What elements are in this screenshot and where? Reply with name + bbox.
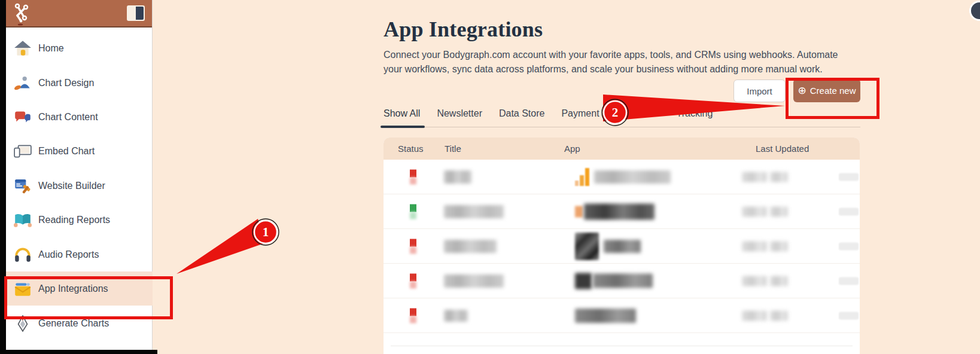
row-action-button[interactable] [839,242,859,250]
annotation-step-number-1: 1 [254,220,278,244]
app-cell [575,203,655,219]
row-action-button[interactable] [839,312,859,319]
tab-payment-method[interactable]: Payment Method [561,108,634,119]
chart-design-icon [13,74,32,93]
sidebar-item-audio-reports[interactable]: Audio Reports [6,237,153,271]
sidebar-item-embed-chart[interactable]: Embed Chart [6,134,153,168]
status-badge [410,204,416,219]
reading-reports-icon [13,210,32,230]
redacted-app-name [593,274,653,288]
redacted-title [444,170,471,184]
redacted-date [742,241,788,251]
redacted-app-name [604,240,641,253]
app-integrations-icon [13,279,32,298]
create-new-label: Create new [810,86,856,96]
table-row[interactable] [384,298,860,333]
redacted-app-name [575,309,636,323]
page-description-line1: Connect your Bodygraph.com account with … [384,50,838,60]
audio-reports-icon [13,245,32,264]
embed-chart-icon [13,142,32,161]
import-button[interactable]: Import [734,80,786,102]
website-builder-icon [13,176,32,196]
page-description: Connect your Bodygraph.com account with … [384,48,838,77]
plus-circle-icon: ⊕ [798,86,806,96]
redacted-app-name [594,170,671,184]
column-header-status: Status [398,138,424,160]
google-analytics-icon [575,168,589,186]
column-header-app: App [564,138,580,160]
generate-charts-icon [13,314,32,333]
table-row[interactable] [384,264,860,298]
redacted-date [742,310,788,321]
redacted-date [742,276,788,286]
table-header-row: Status Title App Last Updated [384,138,860,160]
app-cell [575,309,636,323]
annotation-arrow-1 [176,219,266,274]
app-cell [575,273,653,289]
orange-app-icon [575,206,583,217]
status-badge [410,308,416,323]
sidebar-item-label: Chart Design [38,78,94,89]
sidebar-item-label: Embed Chart [38,146,95,157]
sidebar-item-reading-reports[interactable]: Reading Reports [6,203,153,237]
redacted-date [742,206,788,216]
redacted-title [444,240,497,253]
left-edge-strip [0,0,6,354]
tab-newsletter[interactable]: Newsletter [437,108,482,119]
page-title: App Integrations [384,17,543,42]
sidebar-item-label: App Integrations [38,283,108,294]
sidebar-item-label: Home [38,43,64,54]
sidebar-item-app-integrations[interactable]: App Integrations [6,271,153,306]
bodygraph-logo-icon [11,2,32,26]
redacted-app-name [584,203,655,219]
tab-ai[interactable]: AI [650,108,659,119]
tab-show-all[interactable]: Show All [384,108,420,119]
status-badge [410,169,416,184]
table-row[interactable] [384,194,860,229]
page-description-line2: your workflows, sync data across platfor… [384,64,823,74]
sidebar-item-chart-content[interactable]: Chart Content [6,100,153,134]
status-badge [410,273,416,288]
home-icon [13,39,32,58]
sidebar-item-label: Audio Reports [38,249,99,260]
table-row[interactable] [384,229,860,264]
table-footer-divider [391,346,853,346]
redacted-title [444,274,504,288]
sidebar-item-label: Reading Reports [38,215,110,225]
sidebar: Home Chart Design Chart Content Embed Ch… [6,0,153,350]
tab-data-store[interactable]: Data Store [499,108,544,119]
integration-tabs: Show All Newsletter Data Store Payment M… [384,108,860,127]
sidebar-item-label: Chart Content [38,112,98,123]
integrations-table: Status Title App Last Updated [384,138,860,354]
column-header-title: Title [445,138,461,160]
row-action-button[interactable] [839,277,859,285]
photo-app-icon [575,233,599,260]
sidebar-header [6,0,152,28]
app-cell [575,168,671,186]
sidebar-item-label: Generate Charts [38,318,109,329]
dark-app-icon [575,273,592,289]
app-integrations-screen: Home Chart Design Chart Content Embed Ch… [0,0,980,354]
redacted-date [742,172,788,182]
redacted-title [444,310,468,322]
sidebar-item-label: Website Builder [38,181,105,191]
sidebar-item-home[interactable]: Home [6,31,153,65]
row-action-button[interactable] [839,173,859,181]
redacted-title [444,205,504,218]
help-bubble-button[interactable] [969,1,980,21]
status-badge [410,239,416,254]
sidebar-item-chart-design[interactable]: Chart Design [6,66,153,100]
collapse-toggle-panel-icon [136,7,144,20]
sidebar-collapse-toggle[interactable] [127,5,145,21]
sidebar-item-generate-charts[interactable]: Generate Charts [6,306,153,340]
bottom-edge-strip [0,350,157,354]
chart-content-icon [13,108,32,127]
sidebar-item-website-builder[interactable]: Website Builder [6,169,153,203]
table-row[interactable] [384,160,860,194]
tab-tracking[interactable]: Tracking [677,108,713,119]
create-new-button[interactable]: ⊕ Create new [793,79,860,102]
app-cell [575,233,641,260]
row-action-button[interactable] [839,207,859,215]
column-header-last-updated: Last Updated [756,138,809,160]
annotation-circle-1 [254,221,277,243]
